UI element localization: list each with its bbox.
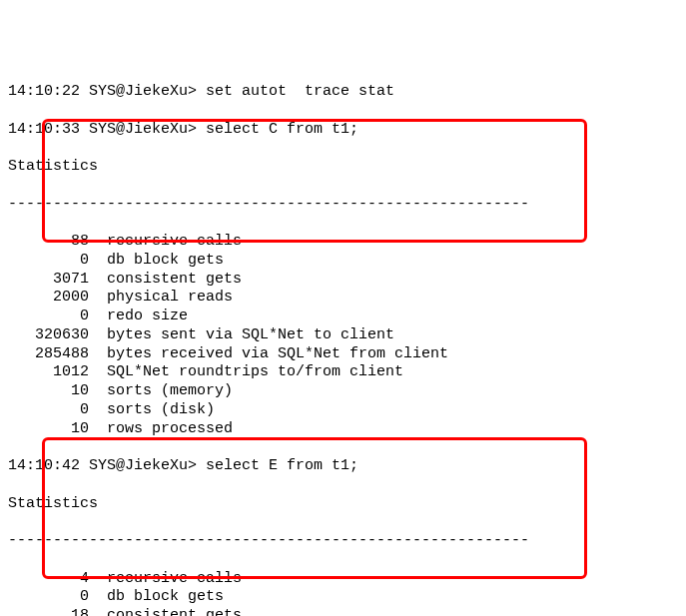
stat-label: db block gets	[107, 588, 224, 605]
stat-row: 320630 bytes sent via SQL*Net to client	[8, 326, 678, 345]
prompt-line-1: 14:10:22 SYS@JiekeXu> set autot trace st…	[8, 83, 678, 102]
stat-value: 320630	[8, 326, 89, 343]
stat-label: rows processed	[107, 420, 233, 437]
stat-label: recursive calls	[107, 233, 242, 250]
stat-row: 10 sorts (memory)	[8, 382, 678, 401]
command: select E from t1;	[206, 457, 358, 474]
stat-value: 1012	[8, 363, 89, 380]
time: 14:10:42	[8, 457, 80, 474]
stat-label: bytes received via SQL*Net from client	[107, 345, 448, 362]
stat-value: 285488	[8, 345, 89, 362]
stat-value: 4	[8, 570, 89, 587]
stats-header-1: Statistics	[8, 158, 678, 177]
stat-label: physical reads	[107, 289, 233, 306]
stat-row: 3071 consistent gets	[8, 271, 678, 290]
stat-value: 10	[8, 420, 89, 437]
divider: ----------------------------------------…	[8, 532, 678, 551]
stat-value: 0	[8, 308, 89, 324]
stat-value: 88	[8, 233, 89, 250]
stat-label: recursive calls	[107, 570, 242, 587]
stat-row: 0 db block gets	[8, 588, 678, 607]
stat-label: sorts (memory)	[107, 382, 233, 399]
user: SYS@JiekeXu>	[89, 121, 197, 138]
stat-value: 0	[8, 252, 89, 269]
prompt-line-2: 14:10:33 SYS@JiekeXu> select C from t1;	[8, 121, 678, 140]
stat-row: 285488 bytes received via SQL*Net from c…	[8, 345, 678, 364]
stat-label: sorts (disk)	[107, 401, 215, 418]
stat-row: 0 sorts (disk)	[8, 401, 678, 420]
user: SYS@JiekeXu>	[89, 83, 197, 100]
stat-label: db block gets	[107, 252, 224, 269]
time: 14:10:22	[8, 83, 80, 100]
stat-row: 2000 physical reads	[8, 289, 678, 308]
time: 14:10:33	[8, 121, 80, 138]
stat-value: 0	[8, 588, 89, 605]
stat-label: bytes sent via SQL*Net to client	[107, 326, 394, 343]
divider: ----------------------------------------…	[8, 196, 678, 215]
stat-value: 18	[8, 607, 89, 616]
stat-value: 3071	[8, 271, 89, 288]
stat-label: consistent gets	[107, 607, 242, 616]
stat-row: 88 recursive calls	[8, 233, 678, 252]
stat-row: 0 redo size	[8, 308, 678, 326]
command: select C from t1;	[206, 121, 358, 138]
stat-label: consistent gets	[107, 271, 242, 288]
stat-value: 2000	[8, 289, 89, 306]
command: set autot trace stat	[206, 83, 394, 100]
user: SYS@JiekeXu>	[89, 457, 197, 474]
stat-label: redo size	[107, 308, 188, 324]
stat-value: 10	[8, 382, 89, 399]
stat-row: 10 rows processed	[8, 420, 678, 439]
prompt-line-3: 14:10:42 SYS@JiekeXu> select E from t1;	[8, 457, 678, 476]
stat-row: 18 consistent gets	[8, 607, 678, 616]
stat-row: 4 recursive calls	[8, 570, 678, 589]
stat-value: 0	[8, 401, 89, 418]
stat-row: 0 db block gets	[8, 252, 678, 271]
stat-row: 1012 SQL*Net roundtrips to/from client	[8, 363, 678, 382]
stats-header-2: Statistics	[8, 495, 678, 514]
stat-label: SQL*Net roundtrips to/from client	[107, 363, 403, 380]
